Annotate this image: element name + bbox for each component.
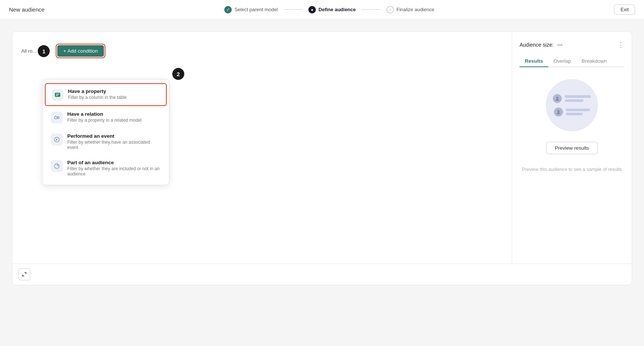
main-content: All ro... 1 + Add condition bbox=[0, 19, 644, 346]
condition-dropdown: Have a property Filter by a column in th… bbox=[42, 79, 169, 185]
part-of-audience-title: Part of an audience bbox=[67, 160, 161, 165]
svg-rect-1 bbox=[56, 94, 59, 94]
performed-event-subtitle: Filter by whether they have an associate… bbox=[67, 140, 161, 150]
workspace: All ro... 1 + Add condition bbox=[12, 31, 632, 285]
illustration-circle bbox=[546, 79, 598, 131]
svg-point-7 bbox=[556, 97, 558, 99]
performed-event-title: Performed an event bbox=[67, 133, 161, 139]
step-divider-1 bbox=[284, 9, 302, 10]
step-1-label: Select parent model bbox=[234, 7, 278, 12]
step-define-audience: ● Define audience bbox=[308, 6, 356, 13]
all-rows-label: All ro... bbox=[21, 48, 36, 54]
part-of-audience-subtitle: Filter by whether they are included or n… bbox=[67, 166, 161, 177]
have-property-icon bbox=[52, 89, 64, 101]
part-of-audience-icon bbox=[51, 160, 63, 172]
audience-size-row: Audience size: --- ⋮ bbox=[520, 41, 624, 49]
step-select-parent: ✓ Select parent model bbox=[224, 6, 278, 13]
svg-point-8 bbox=[557, 110, 560, 112]
more-options-icon[interactable]: ⋮ bbox=[617, 41, 624, 49]
step-1-icon: ✓ bbox=[224, 6, 232, 13]
have-property-title: Have a property bbox=[68, 88, 127, 94]
have-relation-icon bbox=[51, 112, 63, 124]
tab-overlap[interactable]: Overlap bbox=[548, 56, 576, 67]
dropdown-item-have-relation[interactable]: Have a relation Filter by a property in … bbox=[45, 107, 167, 128]
preview-results-button[interactable]: Preview results bbox=[546, 142, 598, 154]
illus-avatar-1 bbox=[553, 94, 562, 103]
tab-breakdown[interactable]: Breakdown bbox=[576, 56, 612, 67]
audience-size-value: --- bbox=[557, 42, 563, 48]
dropdown-item-have-property[interactable]: Have a property Filter by a column in th… bbox=[45, 83, 167, 106]
add-condition-button[interactable]: + Add condition bbox=[57, 45, 104, 57]
illus-row-2 bbox=[554, 107, 590, 116]
step-finalize-audience: ○ Finalize audience bbox=[386, 6, 434, 13]
step-2-icon: ● bbox=[308, 6, 316, 13]
step-badge-2: 2 bbox=[172, 68, 184, 80]
svg-rect-0 bbox=[55, 93, 60, 97]
step-2-label: Define audience bbox=[318, 7, 356, 12]
app-title: New audience bbox=[9, 6, 44, 13]
have-relation-subtitle: Filter by a property in a related model bbox=[67, 118, 142, 123]
audience-size-label: Audience size: --- bbox=[520, 42, 563, 48]
step-badge-1: 1 bbox=[38, 45, 50, 57]
stepper: ✓ Select parent model ● Define audience … bbox=[224, 6, 434, 13]
tab-results[interactable]: Results bbox=[520, 56, 548, 67]
workspace-body: All ro... 1 + Add condition bbox=[12, 32, 632, 264]
svg-rect-2 bbox=[56, 95, 58, 96]
illus-avatar-2 bbox=[554, 107, 563, 116]
topbar: New audience ✓ Select parent model ● Def… bbox=[0, 0, 644, 19]
dropdown-item-performed-event[interactable]: Performed an event Filter by whether the… bbox=[45, 129, 167, 155]
svg-point-3 bbox=[55, 116, 57, 119]
preview-illustration bbox=[520, 79, 624, 131]
exit-button[interactable]: Exit bbox=[614, 4, 635, 15]
left-panel: All ro... 1 + Add condition bbox=[12, 32, 512, 264]
step-3-label: Finalize audience bbox=[397, 7, 434, 12]
tabs: Results Overlap Breakdown bbox=[520, 56, 624, 67]
have-property-subtitle: Filter by a column in the table bbox=[68, 95, 127, 100]
step-3-icon: ○ bbox=[386, 6, 394, 13]
have-relation-title: Have a relation bbox=[67, 111, 142, 117]
add-condition-annotation: + Add condition bbox=[56, 44, 105, 58]
workspace-footer bbox=[12, 264, 632, 285]
dropdown-item-part-of-audience[interactable]: Part of an audience Filter by whether th… bbox=[45, 155, 167, 181]
step-divider-2 bbox=[362, 9, 380, 10]
right-panel: Audience size: --- ⋮ Results Overlap Bre… bbox=[512, 32, 632, 264]
preview-hint: Preview this audience to see a sample of… bbox=[520, 167, 624, 172]
illus-row-1 bbox=[553, 94, 591, 103]
performed-event-icon bbox=[51, 134, 63, 146]
expand-button[interactable] bbox=[18, 268, 30, 280]
